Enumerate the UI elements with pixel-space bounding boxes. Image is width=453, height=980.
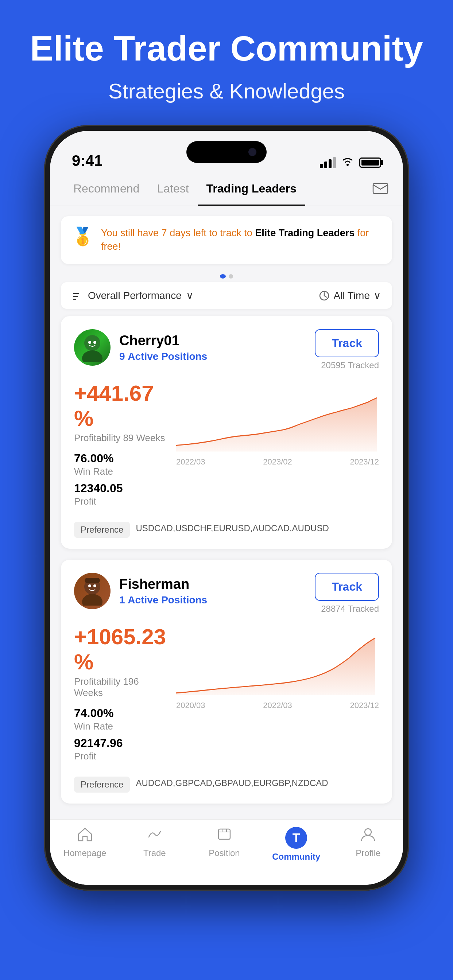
nav-item-profile[interactable]: Profile xyxy=(346,827,390,858)
time-filter[interactable]: All Time ∨ xyxy=(319,290,381,302)
positions-label-cherry01: Active Positions xyxy=(128,351,207,362)
app-header: Elite Trader Community Strategies & Know… xyxy=(0,0,453,125)
tab-latest[interactable]: Latest xyxy=(148,175,197,205)
status-icons xyxy=(320,156,381,170)
svg-point-10 xyxy=(88,341,91,344)
card-body-fisherman: +1065.23 % Profitability 196 Weeks 74.00… xyxy=(74,624,379,766)
svg-rect-16 xyxy=(85,578,100,583)
svg-point-21 xyxy=(365,829,371,835)
positions-count-fisherman: 1 xyxy=(119,594,125,606)
banner-text-part1: You still have 7 days left to track to xyxy=(101,228,255,239)
trader-name-cherry01: Cherry01 xyxy=(119,333,207,348)
trader-card-fisherman: Fisherman 1 Active Positions Track 28874… xyxy=(61,560,392,803)
profit-value-cherry01: 12340.05 xyxy=(74,482,169,495)
medal-icon: 🥇 xyxy=(72,226,94,247)
nav-item-trade[interactable]: Trade xyxy=(133,827,177,858)
mail-icon[interactable] xyxy=(372,175,388,205)
chart-label-f2: 2022/03 xyxy=(263,701,292,710)
avatar-cherry01 xyxy=(74,329,110,366)
preference-tag-fisherman: Preference xyxy=(74,776,130,792)
svg-point-0 xyxy=(346,164,349,166)
chart-area-cherry01 xyxy=(176,388,379,453)
time-chevron-icon: ∨ xyxy=(373,290,381,302)
chart-label-f3: 2023/12 xyxy=(350,701,379,710)
track-area-fisherman: Track 28874 Tracked xyxy=(315,573,379,614)
positions-count-cherry01: 9 xyxy=(119,351,125,362)
tracked-count-fisherman: 28874 Tracked xyxy=(321,604,379,614)
nav-item-community[interactable]: T Community xyxy=(272,827,320,862)
homepage-label: Homepage xyxy=(64,848,106,858)
trader-positions-cherry01: 9 Active Positions xyxy=(119,351,207,363)
chart-label-2: 2023/02 xyxy=(263,457,292,467)
position-icon xyxy=(216,827,232,845)
tab-trading-leaders[interactable]: Trading Leaders xyxy=(198,175,305,205)
trader-info-cherry01: Cherry01 9 Active Positions xyxy=(74,329,207,366)
chart-area-fisherman xyxy=(176,632,379,697)
performance-filter[interactable]: Overall Performance ∨ xyxy=(72,290,194,302)
profile-icon xyxy=(360,827,376,845)
preference-values-cherry01: USDCAD,USDCHF,EURUSD,AUDCAD,AUDUSD xyxy=(136,522,329,535)
track-area-cherry01: Track 20595 Tracked xyxy=(315,329,379,371)
svg-rect-17 xyxy=(219,829,230,839)
nav-item-position[interactable]: Position xyxy=(203,827,246,858)
trade-label: Trade xyxy=(144,848,166,858)
tracked-count-cherry01: 20595 Tracked xyxy=(321,360,379,371)
win-rate-value-fisherman: 74.00% xyxy=(74,706,169,720)
profit-row-fisherman: 92147.96 Profit xyxy=(74,737,169,762)
performance-label: Overall Performance xyxy=(88,290,182,302)
card-stats-cherry01: +441.67 % Profitability 89 Weeks 76.00% … xyxy=(74,380,169,512)
chart-label-3: 2023/12 xyxy=(350,457,379,467)
preference-row-fisherman: Preference AUDCAD,GBPCAD,GBPAUD,EURGBP,N… xyxy=(74,776,379,792)
track-button-cherry01[interactable]: Track xyxy=(315,329,379,357)
card-stats-fisherman: +1065.23 % Profitability 196 Weeks 74.00… xyxy=(74,624,169,766)
position-label: Position xyxy=(209,848,239,858)
nav-item-homepage[interactable]: Homepage xyxy=(63,827,107,858)
profitability-label-cherry01: Profitability 89 Weeks xyxy=(74,433,169,444)
win-rate-label-cherry01: Win Rate xyxy=(74,466,169,477)
profitability-label-fisherman: Profitability 196 Weeks xyxy=(74,676,169,698)
profit-row-cherry01: 12340.05 Profit xyxy=(74,482,169,507)
track-button-fisherman[interactable]: Track xyxy=(315,573,379,601)
profit-label-cherry01: Profit xyxy=(74,496,169,507)
svg-line-7 xyxy=(324,296,327,297)
phone-screen: 9:41 xyxy=(50,131,403,885)
tab-recommend[interactable]: Recommend xyxy=(65,175,148,205)
svg-point-14 xyxy=(88,584,91,587)
time-label: All Time xyxy=(333,290,370,302)
avatar-fisherman xyxy=(74,573,110,609)
win-rate-row-cherry01: 76.00% Win Rate xyxy=(74,452,169,477)
svg-point-11 xyxy=(93,341,96,344)
win-rate-label-fisherman: Win Rate xyxy=(74,721,169,732)
svg-point-8 xyxy=(84,335,100,351)
filter-row: Overall Performance ∨ All Time ∨ xyxy=(61,282,392,309)
trader-info-fisherman: Fisherman 1 Active Positions xyxy=(74,573,207,609)
status-time: 9:41 xyxy=(72,152,102,170)
svg-rect-1 xyxy=(373,183,388,194)
promo-banner: 🥇 You still have 7 days left to track to… xyxy=(61,216,392,264)
community-icon: T xyxy=(285,827,307,849)
profit-label-fisherman: Profit xyxy=(74,751,169,762)
dot-inactive-1 xyxy=(229,274,233,278)
profitability-cherry01: +441.67 % xyxy=(74,380,169,431)
profile-label: Profile xyxy=(356,848,380,858)
community-label: Community xyxy=(272,852,320,862)
card-body-cherry01: +441.67 % Profitability 89 Weeks 76.00% … xyxy=(74,380,379,512)
chevron-down-icon: ∨ xyxy=(186,290,194,302)
banner-text: You still have 7 days left to track to E… xyxy=(101,226,381,254)
wifi-icon xyxy=(341,156,354,170)
homepage-icon xyxy=(77,827,93,845)
phone-mockup: 9:41 xyxy=(44,125,409,891)
trade-icon xyxy=(147,827,163,845)
dynamic-island xyxy=(187,141,266,163)
preference-values-fisherman: AUDCAD,GBPCAD,GBPAUD,EURGBP,NZDCAD xyxy=(136,776,328,790)
profit-value-fisherman: 92147.96 xyxy=(74,737,169,750)
chart-labels-cherry01: 2022/03 2023/02 2023/12 xyxy=(176,457,379,467)
banner-text-bold: Elite Trading Leaders xyxy=(255,228,354,239)
app-subtitle: Strategies & Knowledges xyxy=(108,79,345,103)
chart-fisherman: 2020/03 2022/03 2023/12 xyxy=(176,624,379,766)
battery-icon xyxy=(359,158,381,168)
win-rate-value-cherry01: 76.00% xyxy=(74,452,169,465)
win-rate-row-fisherman: 74.00% Win Rate xyxy=(74,706,169,732)
svg-point-15 xyxy=(93,584,96,587)
app-title: Elite Trader Community xyxy=(30,29,423,68)
